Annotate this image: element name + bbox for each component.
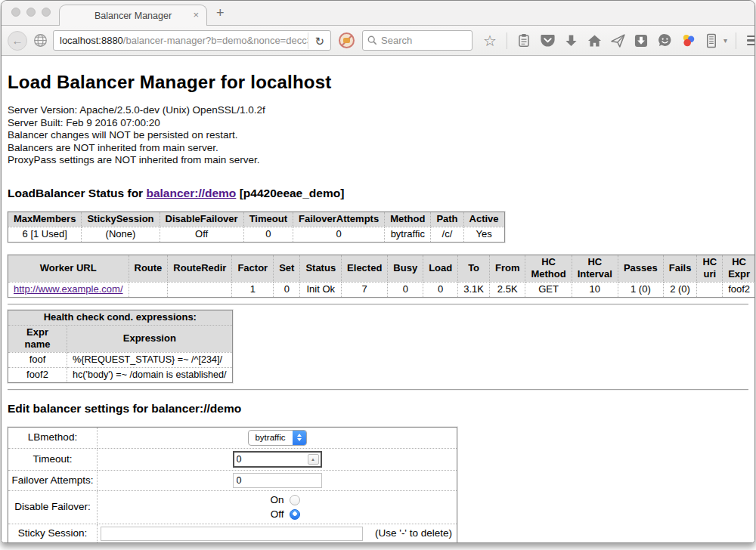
tab-close-icon[interactable]: × (193, 10, 199, 20)
col-hc-expr: HC Expr (723, 255, 755, 282)
cell-passes: 1 (0) (618, 282, 663, 297)
back-button[interactable]: ← (8, 31, 27, 51)
bookmark-star-icon[interactable]: ☆ (482, 32, 498, 49)
zoom-window-button[interactable] (42, 8, 51, 17)
col-hc-uri: HC uri (697, 255, 723, 282)
toolbar-separator (736, 32, 736, 49)
hc-row-foof2: foof2 hc('body') =~ /domain is establish… (8, 367, 233, 382)
col-method: Method (385, 212, 431, 227)
failover-attempts-label: Failover Attempts: (8, 470, 98, 490)
worker-url-link[interactable]: http://www.example.com/ (14, 283, 123, 295)
url-host: localhost:8880 (60, 35, 123, 46)
cell-from: 2.5K (489, 282, 525, 297)
download-arrow-icon[interactable] (562, 32, 579, 49)
cell-hc-method: GET (525, 282, 572, 297)
col-status: Status (300, 255, 342, 282)
save-to-device-icon[interactable] (633, 32, 649, 49)
number-spinner-icon[interactable]: ▲ (308, 454, 319, 465)
cell-status: Init Ok (300, 282, 342, 297)
url-text[interactable]: localhost:8880/balancer-manager?b=demo&n… (60, 35, 308, 46)
cell-load: 0 (423, 282, 458, 297)
content-blocked-icon[interactable] (339, 32, 355, 48)
radio-on[interactable] (290, 495, 300, 505)
cell-set: 0 (274, 282, 300, 297)
hc-table-title: Health check cond. expressions: (8, 310, 233, 325)
timeout-input[interactable] (234, 454, 302, 465)
disable-failover-radios: On Off (255, 494, 300, 521)
status-heading-suffix: [p4420eeae_demo] (236, 187, 344, 199)
sticky-session-input[interactable] (101, 527, 363, 541)
disable-failover-row: Disable Failover: On Off (8, 490, 457, 524)
tab-balancer-manager[interactable]: Balancer Manager × (59, 5, 207, 26)
col-elected: Elected (342, 255, 388, 282)
page-panel-icon[interactable] (703, 32, 720, 49)
col-expression: Expression (67, 325, 233, 352)
close-window-button[interactable] (11, 8, 20, 17)
browser-window: Balancer Manager × + ← localhost:8880/ba… (1, 0, 755, 543)
radio-off-label: Off (271, 508, 284, 521)
server-built-line: Server Built: Feb 9 2016 07:00:20 (8, 117, 748, 130)
col-set: Set (274, 255, 300, 282)
balancer-header-row: MaxMembers StickySession DisableFailover… (8, 212, 505, 227)
balancer-demo-link[interactable]: balancer://demo (146, 187, 236, 199)
col-passes: Passes (618, 255, 663, 282)
cell-stickysession: (None) (82, 227, 160, 242)
radio-off[interactable] (290, 509, 300, 520)
cell-expr-name: foof (8, 352, 67, 367)
section-divider (8, 389, 748, 391)
url-bar[interactable]: localhost:8880/balancer-manager?b=demo&n… (53, 30, 331, 51)
cell-fails: 2 (0) (663, 282, 697, 297)
cell-timeout: 0 (243, 227, 293, 242)
lbmethod-label: LBmethod: (8, 427, 98, 448)
search-input[interactable] (381, 35, 457, 46)
cell-hc-uri (697, 282, 723, 297)
proxypass-note-line: ProxyPass settings are NOT inherited fro… (8, 154, 748, 167)
worker-table: Worker URL Route RouteRedir Factor Set S… (8, 255, 755, 298)
navigation-toolbar: ← localhost:8880/balancer-manager?b=demo… (2, 26, 754, 56)
pocket-icon[interactable] (539, 32, 556, 49)
sticky-session-row: Sticky Session: (Use '-' to delete) (8, 524, 457, 543)
search-bar[interactable] (362, 30, 472, 51)
site-identity-globe-icon[interactable] (32, 32, 48, 49)
cell-failoverattempts: 0 (293, 227, 384, 242)
dropdown-caret-icon[interactable]: ▾ (723, 36, 727, 45)
new-tab-button[interactable]: + (216, 5, 225, 21)
lbmethod-row: LBmethod: bytraffic (8, 427, 457, 448)
menu-icon[interactable] (745, 32, 755, 49)
col-failoverattempts: FailoverAttempts (293, 212, 384, 227)
col-from: From (489, 255, 525, 282)
send-tab-plane-icon[interactable] (609, 32, 626, 49)
failover-attempts-input[interactable] (233, 473, 322, 488)
tab-title: Balancer Manager (94, 11, 172, 21)
disable-failover-label: Disable Failover: (8, 490, 98, 524)
hc-header-row: Expr name Expression (8, 325, 233, 352)
cell-hc-interval: 10 (572, 282, 618, 297)
bookmarks-clipboard-icon[interactable] (516, 32, 532, 49)
select-stepper-icon (293, 430, 306, 446)
cell-method: bytraffic (385, 227, 431, 242)
timeout-label: Timeout: (8, 448, 98, 470)
minimize-window-button[interactable] (26, 8, 36, 17)
tab-strip: Balancer Manager × + (2, 1, 754, 26)
cell-disablefailover: Off (160, 227, 243, 242)
page-title: Load Balancer Manager for localhost (8, 56, 748, 93)
cell-hc-expr: foof2 (723, 282, 755, 297)
window-controls (11, 8, 51, 17)
col-to: To (458, 255, 490, 282)
col-worker-url: Worker URL (8, 255, 129, 282)
server-version-line: Server Version: Apache/2.5.0-dev (Unix) … (8, 104, 748, 117)
col-path: Path (431, 212, 463, 227)
cell-expression: %{REQUEST_STATUS} =~ /^[234]/ (67, 352, 233, 367)
home-icon[interactable] (586, 32, 603, 49)
lbmethod-select[interactable]: bytraffic (248, 430, 307, 446)
health-check-table: Health check cond. expressions: Expr nam… (8, 310, 233, 383)
reload-button[interactable]: ↻ (308, 32, 327, 49)
server-info: Server Version: Apache/2.5.0-dev (Unix) … (8, 104, 748, 167)
col-routeredir: RouteRedir (168, 255, 232, 282)
edit-balancer-form: LBmethod: bytraffic Timeout: ▲ Failover … (8, 427, 457, 543)
cell-worker-url: http://www.example.com/ (8, 282, 129, 297)
feedback-smiley-icon[interactable] (656, 32, 673, 49)
page-content: Load Balancer Manager for localhost Serv… (2, 56, 754, 543)
col-route: Route (129, 255, 168, 282)
colored-dots-addon-icon[interactable] (680, 32, 696, 49)
